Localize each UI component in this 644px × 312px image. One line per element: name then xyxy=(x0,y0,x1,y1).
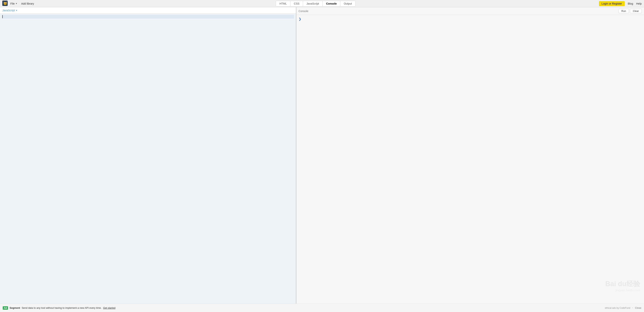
editor-tabs: HTML CSS JavaScript Console Output xyxy=(276,1,356,6)
tab-html[interactable]: HTML xyxy=(276,1,290,6)
svg-text:🐱: 🐱 xyxy=(3,1,7,5)
tab-console[interactable]: Console xyxy=(322,1,340,6)
ad-bar: Ad Segment Send data to any tool without… xyxy=(0,304,644,312)
ad-badge: Ad xyxy=(3,306,8,310)
console-action-buttons: Run Clear xyxy=(618,9,642,13)
language-selector[interactable]: JavaScript ▼ xyxy=(2,9,18,12)
logo: 🐱 xyxy=(2,0,9,6)
ad-content: Ad Segment Send data to any tool without… xyxy=(3,306,116,310)
ad-right-section: ethical ads by CodeFund • Close xyxy=(605,307,641,309)
login-register-button[interactable]: Login or Register xyxy=(599,1,625,6)
tab-output[interactable]: Output xyxy=(340,1,355,6)
top-navigation: 🐱 File ▼ Add library HTML CSS JavaScript… xyxy=(0,0,644,7)
console-prompt-chevron: ❯ xyxy=(298,17,301,21)
editor-active-line xyxy=(2,15,294,18)
nav-right-actions: Login or Register Blog Help xyxy=(599,1,642,6)
file-dropdown-arrow: ▼ xyxy=(16,2,18,4)
clear-button[interactable]: Clear xyxy=(630,9,642,13)
console-panel: Console Run Clear ❯ xyxy=(296,7,644,304)
add-library-button[interactable]: Add library xyxy=(20,1,36,6)
ad-attribution: ethical ads by CodeFund xyxy=(605,307,630,309)
tab-javascript[interactable]: JavaScript xyxy=(303,1,322,6)
main-content: JavaScript ▼ Console Run Clear ❯ xyxy=(0,7,644,304)
editor-header: JavaScript ▼ xyxy=(0,7,296,13)
language-dropdown-arrow: ▼ xyxy=(16,9,18,11)
language-label: JavaScript xyxy=(2,9,15,12)
run-button[interactable]: Run xyxy=(618,9,629,13)
tab-css[interactable]: CSS xyxy=(290,1,303,6)
editor-cursor xyxy=(2,15,3,18)
add-library-label: Add library xyxy=(21,2,34,5)
console-title: Console xyxy=(298,9,308,13)
ad-cta-link[interactable]: Get started xyxy=(103,307,116,309)
ad-close-button[interactable]: Close xyxy=(635,307,641,309)
ad-company: Segment xyxy=(10,307,20,309)
blog-link[interactable]: Blog xyxy=(628,2,633,5)
ad-description: Send data to any tool without having to … xyxy=(22,307,102,309)
ad-separator: • xyxy=(632,307,633,309)
file-label: File xyxy=(10,2,15,5)
console-header: Console Run Clear xyxy=(296,7,644,15)
editor-panel: JavaScript ▼ xyxy=(0,7,296,304)
console-output-area: ❯ xyxy=(296,15,644,304)
code-editor[interactable] xyxy=(0,13,296,304)
help-link[interactable]: Help xyxy=(636,2,642,5)
file-menu-button[interactable]: File ▼ xyxy=(9,1,19,6)
